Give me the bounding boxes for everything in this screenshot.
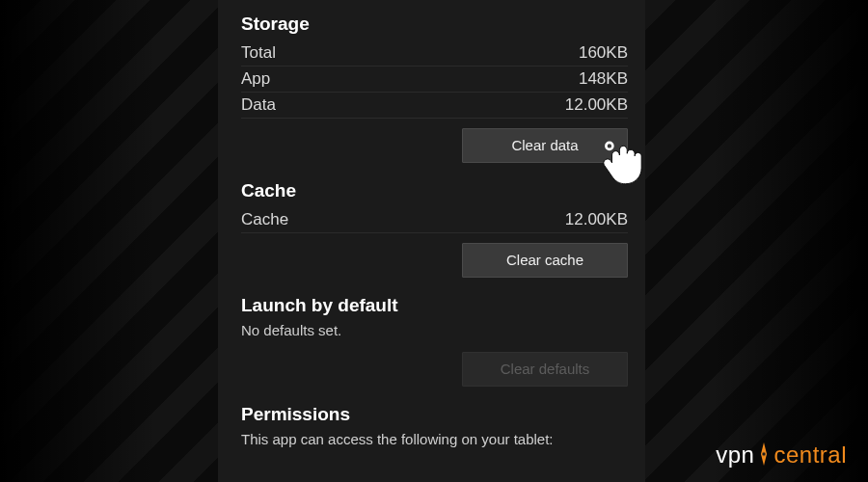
storage-row-app: App 148KB — [241, 67, 628, 93]
clear-data-button[interactable]: Clear data — [462, 128, 628, 163]
cache-value: 12.00KB — [565, 210, 628, 229]
permissions-subtext: This app can access the following on you… — [241, 431, 628, 447]
launch-heading: Launch by default — [241, 295, 628, 316]
storage-row-data: Data 12.00KB — [241, 93, 628, 119]
app-info-panel: Storage Total 160KB App 148KB Data 12.00… — [218, 0, 645, 482]
storage-heading: Storage — [241, 13, 628, 35]
storage-data-value: 12.00KB — [565, 95, 628, 115]
storage-total-value: 160KB — [579, 43, 628, 63]
storage-total-label: Total — [241, 43, 276, 63]
storage-app-label: App — [241, 69, 270, 89]
watermark-left: vpn — [716, 442, 754, 469]
cache-heading: Cache — [241, 180, 628, 201]
launch-subtext: No defaults set. — [241, 322, 628, 338]
clear-defaults-button: Clear defaults — [462, 352, 628, 387]
watermark-logo: vpn central — [716, 442, 847, 469]
clear-cache-button[interactable]: Clear cache — [462, 243, 628, 278]
storage-app-value: 148KB — [579, 69, 628, 89]
svg-point-2 — [762, 452, 766, 456]
cache-label: Cache — [241, 210, 288, 229]
permissions-heading: Permissions — [241, 404, 628, 425]
storage-data-label: Data — [241, 95, 276, 115]
storage-row-total: Total 160KB — [241, 40, 628, 67]
cache-row: Cache 12.00KB — [241, 207, 628, 233]
compass-needle-icon — [755, 442, 773, 467]
watermark-right: central — [773, 442, 847, 469]
